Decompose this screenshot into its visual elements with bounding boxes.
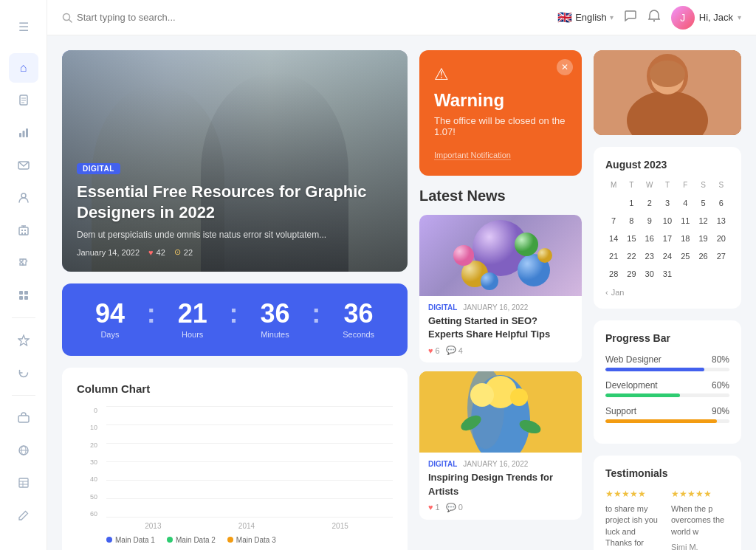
cal-day-8[interactable]: 8 <box>623 213 639 229</box>
svg-rect-4 <box>19 133 21 137</box>
user-menu[interactable]: J Hi, Jack ▾ <box>671 6 741 30</box>
seconds-value: 36 <box>343 300 374 327</box>
grid-icon[interactable] <box>9 281 38 310</box>
cal-label-w: W <box>642 179 658 193</box>
calendar-month: August 2023 <box>605 159 667 171</box>
notification-icon[interactable] <box>647 9 661 26</box>
cal-day-23[interactable]: 23 <box>642 248 658 264</box>
calendar-prev-nav[interactable]: ‹ Jan <box>605 288 729 297</box>
progress-bar-fill-dev <box>605 393 680 397</box>
cal-day-7[interactable]: 7 <box>605 213 622 229</box>
cal-day-11[interactable]: 11 <box>677 213 693 229</box>
cal-day-14[interactable]: 14 <box>605 230 622 247</box>
chart-grid-lines <box>106 407 393 518</box>
cal-label-m: M <box>605 179 622 193</box>
featured-photo-card <box>594 50 741 135</box>
calendar-grid: M T W T F S S 1 2 3 4 5 6 7 8 9 10 11 <box>605 179 729 282</box>
cal-day-25[interactable]: 25 <box>677 248 693 264</box>
cal-day-21[interactable]: 21 <box>605 248 622 264</box>
home-icon[interactable]: ⌂ <box>9 53 38 83</box>
svg-rect-6 <box>26 128 28 137</box>
svg-point-52 <box>650 61 685 87</box>
cal-day-27[interactable]: 27 <box>713 248 729 264</box>
progress-label-dev: Development <box>605 380 658 391</box>
cal-day-22[interactable]: 22 <box>623 248 639 264</box>
progress-pct-dev: 60% <box>712 380 729 391</box>
news-body-2: DIGITAL January 16, 2022 Inspiring Desig… <box>419 453 582 519</box>
stars-2: ★★★★★ <box>671 488 729 501</box>
cal-day-24[interactable]: 24 <box>659 248 676 264</box>
cal-day-4[interactable]: 4 <box>677 195 693 211</box>
hero-title: Essential Free Resources for Graphic Des… <box>77 182 393 224</box>
svg-rect-19 <box>24 296 28 300</box>
calendar-header: August 2023 <box>605 159 729 171</box>
cal-day-6[interactable]: 6 <box>713 195 729 211</box>
cal-day-17[interactable]: 17 <box>659 230 676 247</box>
file-icon[interactable] <box>9 86 38 115</box>
puzzle-icon[interactable] <box>9 248 38 278</box>
cal-day-16[interactable]: 16 <box>642 230 658 247</box>
building-icon[interactable] <box>9 216 38 245</box>
cal-day-5[interactable]: 5 <box>695 195 712 211</box>
cal-day-19[interactable]: 19 <box>695 230 712 247</box>
cal-day-13[interactable]: 13 <box>713 213 729 229</box>
left-column: DIGITAL Essential Free Resources for Gra… <box>62 50 408 550</box>
cal-day-15[interactable]: 15 <box>623 230 639 247</box>
briefcase-icon[interactable] <box>9 403 38 433</box>
chevron-down-icon: ▾ <box>610 13 614 21</box>
refresh-icon[interactable] <box>9 358 38 388</box>
cal-day-18[interactable]: 18 <box>677 230 693 247</box>
cal-day-9[interactable]: 9 <box>642 213 658 229</box>
countdown-days: 94 Days <box>95 300 125 339</box>
news-card-2[interactable]: DIGITAL January 16, 2022 Inspiring Desig… <box>419 371 582 519</box>
star-icon[interactable] <box>9 326 38 355</box>
cal-day-1[interactable]: 1 <box>623 195 639 211</box>
svg-rect-21 <box>18 416 29 422</box>
news-likes-2: ♥ 1 <box>428 503 440 512</box>
chart-legend: Main Data 1 Main Data 2 Main Data 3 <box>77 530 393 544</box>
cal-day-30[interactable]: 30 <box>642 266 658 282</box>
menu-icon[interactable]: ☰ <box>9 12 38 41</box>
hero-content: DIGITAL Essential Free Resources for Gra… <box>77 161 393 257</box>
progress-bar-fill-web <box>605 368 704 371</box>
comment-icon-2: 💬 <box>446 503 456 512</box>
progress-item-web: Web Designer 80% <box>605 354 729 371</box>
days-value: 94 <box>95 300 125 327</box>
cal-day-28[interactable]: 28 <box>605 266 622 282</box>
cal-day-20[interactable]: 20 <box>713 230 729 247</box>
hours-value: 21 <box>178 300 207 327</box>
news-card-1[interactable]: DIGITAL January 16, 2022 Getting Started… <box>419 215 582 362</box>
person-illustration <box>594 50 741 135</box>
language-selector[interactable]: 🇬🇧 English ▾ <box>557 10 614 24</box>
chart-icon[interactable] <box>9 118 38 148</box>
table-icon[interactable] <box>9 468 38 498</box>
sidebar-divider <box>12 317 35 318</box>
search-input[interactable] <box>77 12 224 23</box>
cal-label-s2: S <box>713 179 729 193</box>
edit-icon[interactable] <box>9 501 38 530</box>
cal-day-12[interactable]: 12 <box>695 213 712 229</box>
chat-icon[interactable] <box>624 9 637 26</box>
progress-bar-fill-support <box>605 419 717 423</box>
news-image-2 <box>419 371 582 453</box>
cal-day-26[interactable]: 26 <box>695 248 712 264</box>
middle-column: ✕ ⚠ Warning The office will be closed on… <box>419 50 582 529</box>
warning-description: The office will be closed on the 1.07! <box>434 115 567 137</box>
svg-point-38 <box>537 248 552 263</box>
cal-day-2[interactable]: 2 <box>642 195 658 211</box>
testimonial-author-2: Simi M. <box>671 542 729 550</box>
svg-rect-12 <box>21 233 23 235</box>
user-icon[interactable] <box>9 183 38 213</box>
globe-icon[interactable] <box>9 436 38 465</box>
main-content: DIGITAL Essential Free Resources for Gra… <box>47 35 756 550</box>
mail-icon[interactable] <box>9 151 38 180</box>
countdown-minutes: 36 Minutes <box>260 300 289 339</box>
cal-day-10[interactable]: 10 <box>659 213 676 229</box>
cal-day-3[interactable]: 3 <box>659 195 676 211</box>
heart-icon-2: ♥ <box>428 503 433 512</box>
search-icon <box>62 13 72 23</box>
cal-day-31[interactable]: 31 <box>659 266 676 282</box>
cal-day-29[interactable]: 29 <box>623 266 639 282</box>
warning-link[interactable]: Important Notification <box>434 151 511 160</box>
warning-close-button[interactable]: ✕ <box>557 59 573 75</box>
